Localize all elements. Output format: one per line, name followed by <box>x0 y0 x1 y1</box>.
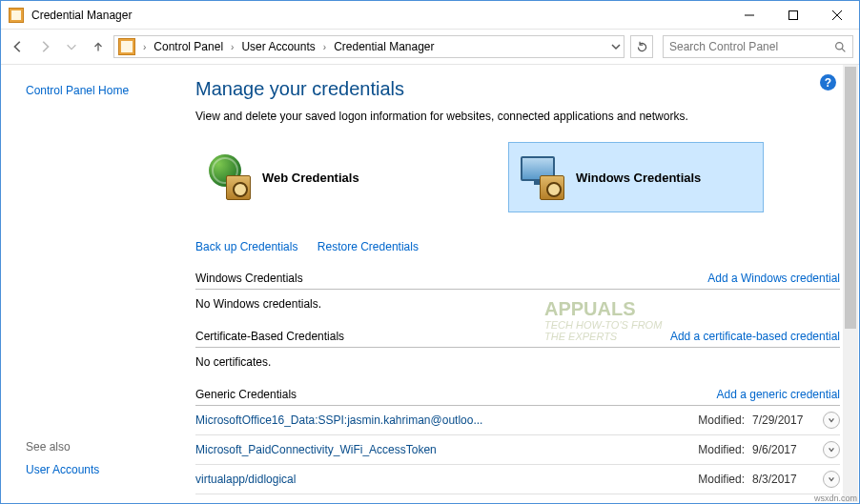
tile-web-label: Web Credentials <box>262 171 359 185</box>
search-input[interactable]: Search Control Panel <box>663 35 853 58</box>
windows-credentials-empty: No Windows credentials. <box>195 290 840 314</box>
tile-windows-credentials[interactable]: Windows Credentials <box>508 142 764 212</box>
modified-date: 8/3/2017 <box>752 473 815 486</box>
chevron-down-icon[interactable] <box>610 41 622 52</box>
sidebar-user-accounts[interactable]: User Accounts <box>26 463 99 476</box>
main-panel: ? Manage your credentials View and delet… <box>192 65 859 503</box>
scrollbar-thumb[interactable] <box>845 67 856 329</box>
tile-web-credentials[interactable]: Web Credentials <box>195 142 451 212</box>
section-windows-credentials: Windows Credentials Add a Windows creden… <box>195 272 840 290</box>
address-bar[interactable]: › Control Panel › User Accounts › Creden… <box>113 35 625 58</box>
section-label: Generic Credentials <box>195 388 297 401</box>
section-label: Certificate-Based Credentials <box>195 330 344 343</box>
chevron-right-icon[interactable]: › <box>231 42 234 52</box>
expand-button[interactable] <box>823 441 840 458</box>
search-icon <box>834 41 847 53</box>
back-button[interactable] <box>7 35 30 58</box>
up-button[interactable] <box>87 35 110 58</box>
recent-dropdown[interactable] <box>60 35 83 58</box>
svg-rect-0 <box>789 10 798 19</box>
credential-links: Back up Credentials Restore Credentials <box>195 237 840 254</box>
monitor-safe-icon <box>519 154 564 200</box>
breadcrumb-credential-manager[interactable]: Credential Manager <box>332 40 436 53</box>
source-mark: wsxdn.com <box>814 494 857 503</box>
search-placeholder: Search Control Panel <box>669 40 834 53</box>
section-label: Windows Credentials <box>195 272 303 285</box>
page-title: Manage your credentials <box>195 78 840 100</box>
add-windows-credential-link[interactable]: Add a Windows credential <box>707 272 840 285</box>
chevron-right-icon[interactable]: › <box>323 42 326 52</box>
credential-type-tiles: Web Credentials Windows Credentials <box>195 142 840 212</box>
svg-point-1 <box>836 42 843 49</box>
breadcrumb-user-accounts[interactable]: User Accounts <box>239 40 317 53</box>
chevron-right-icon[interactable]: › <box>143 42 146 52</box>
credential-name: virtualapp/didlogical <box>195 473 698 486</box>
nav-row: › Control Panel › User Accounts › Creden… <box>1 30 859 64</box>
modified-label: Modified: <box>698 413 745 427</box>
credential-name: MicrosoftOffice16_Data:SSPI:jasmin.kahri… <box>195 413 698 427</box>
modified-label: Modified: <box>698 473 745 486</box>
forward-button[interactable] <box>33 35 56 58</box>
see-also-label: See also <box>26 440 99 454</box>
app-icon <box>9 8 24 23</box>
modified-label: Modified: <box>698 443 745 456</box>
restore-credentials-link[interactable]: Restore Credentials <box>317 240 419 253</box>
section-certificate-credentials: Certificate-Based Credentials Add a cert… <box>195 330 840 348</box>
add-certificate-credential-link[interactable]: Add a certificate-based credential <box>670 330 840 343</box>
credential-entry[interactable]: Microsoft_PaidConnectivity_WiFi_AccessTo… <box>195 435 840 465</box>
tile-windows-label: Windows Credentials <box>576 171 701 185</box>
modified-date: 9/6/2017 <box>752 443 815 456</box>
titlebar: Credential Manager <box>1 1 859 30</box>
page-subtitle: View and delete your saved logon informa… <box>195 110 840 123</box>
globe-safe-icon <box>205 154 251 200</box>
sidebar-control-panel-home[interactable]: Control Panel Home <box>26 84 192 97</box>
add-generic-credential-link[interactable]: Add a generic credential <box>717 388 840 401</box>
certificate-credentials-empty: No certificates. <box>195 348 840 373</box>
close-button[interactable] <box>815 1 859 30</box>
help-icon[interactable]: ? <box>820 74 836 91</box>
control-panel-icon <box>118 38 135 55</box>
expand-button[interactable] <box>823 412 840 429</box>
scrollbar[interactable] <box>843 65 858 502</box>
modified-date: 7/29/2017 <box>752 413 815 427</box>
backup-credentials-link[interactable]: Back up Credentials <box>195 240 297 253</box>
credential-entry[interactable]: MicrosoftOffice16_Data:SSPI:jasmin.kahri… <box>195 406 840 435</box>
breadcrumb-control-panel[interactable]: Control Panel <box>152 40 225 53</box>
credential-name: Microsoft_PaidConnectivity_WiFi_AccessTo… <box>195 443 698 456</box>
credential-entry[interactable]: virtualapp/didlogicalModified:8/3/2017 <box>195 465 840 494</box>
window-title: Credential Manager <box>31 9 132 22</box>
section-generic-credentials: Generic Credentials Add a generic creden… <box>195 388 840 406</box>
refresh-button[interactable] <box>630 35 653 58</box>
expand-button[interactable] <box>823 471 840 488</box>
minimize-button[interactable] <box>727 1 771 30</box>
sidebar: Control Panel Home See also User Account… <box>1 65 192 503</box>
maximize-button[interactable] <box>771 1 815 30</box>
